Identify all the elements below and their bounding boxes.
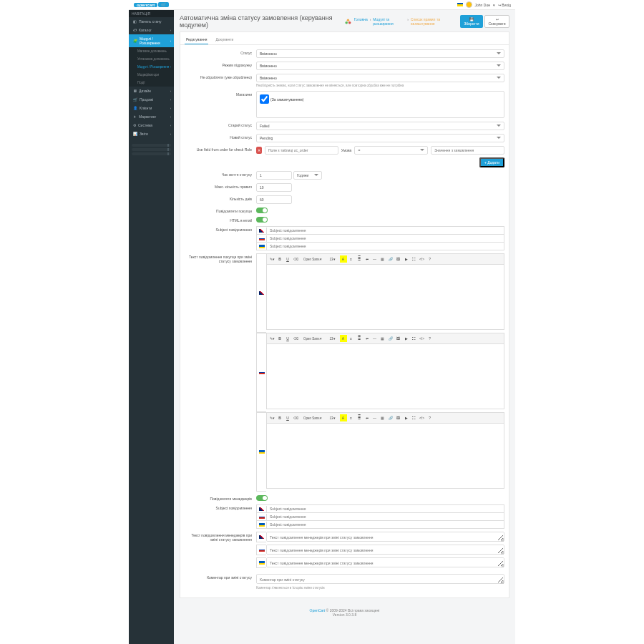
bold-icon[interactable]: B: [276, 255, 283, 263]
color-icon[interactable]: A: [340, 414, 347, 421]
rule-add-button[interactable]: + Додати: [479, 157, 504, 167]
rule-cond-select[interactable]: =: [354, 146, 428, 155]
subject-ru-input[interactable]: [267, 235, 504, 242]
underline-icon[interactable]: U: [284, 414, 291, 421]
lifetime-input[interactable]: [256, 171, 292, 180]
footer-brand-link[interactable]: OpenCart: [310, 608, 326, 613]
nav-sub-installer[interactable]: Установка доповнень: [129, 55, 174, 63]
nav-marketing[interactable]: ⪢Маркетинг›: [129, 112, 174, 121]
clear-icon[interactable]: ⌫: [292, 335, 299, 342]
nav-dashboard[interactable]: ◧Панель стану: [129, 17, 174, 26]
editor-en[interactable]: ✎▾BU⌫Open Sans ▾13 ▾A≡≣⬅—▦🔗🖼▶⛶</>?: [266, 253, 504, 330]
fullscreen-icon[interactable]: ⛶: [411, 255, 418, 263]
subject2-uk-input[interactable]: [267, 521, 504, 528]
save-button[interactable]: 💾 Зберегти: [460, 15, 483, 28]
video-icon[interactable]: ▶: [403, 255, 410, 263]
fullscreen-icon[interactable]: ⛶: [411, 335, 418, 342]
image-icon[interactable]: 🖼: [395, 255, 402, 263]
nav-sales[interactable]: 🛒Продажі›: [129, 95, 174, 104]
msg-mgr-uk-textarea[interactable]: [266, 557, 504, 567]
notify-buyer-toggle[interactable]: [256, 208, 268, 213]
image-icon[interactable]: 🖼: [395, 414, 402, 421]
subject2-ru-input[interactable]: [267, 513, 504, 520]
user-name[interactable]: John Doe: [475, 3, 490, 7]
logout-link[interactable]: ↪ Вихід: [498, 3, 511, 7]
editor-body[interactable]: [267, 344, 504, 409]
clear-icon[interactable]: ⌫: [292, 255, 299, 263]
stores-box[interactable]: (За замовчуванням): [256, 91, 504, 118]
code-icon[interactable]: </>: [419, 335, 426, 342]
nav-sub-modifications[interactable]: Модифікатори: [129, 71, 174, 79]
align-icon[interactable]: ⬅: [364, 414, 371, 421]
skip-select[interactable]: Ввімкнено: [256, 74, 504, 82]
underline-icon[interactable]: U: [284, 255, 291, 263]
subject-en-input[interactable]: [267, 227, 504, 234]
image-icon[interactable]: 🖼: [395, 335, 402, 342]
crumb-home[interactable]: Головна: [354, 17, 368, 26]
nav-sub-marketplace[interactable]: Магазин доповнень: [129, 47, 174, 55]
align-icon[interactable]: ⬅: [364, 335, 371, 342]
style-icon[interactable]: ✎▾: [268, 335, 275, 342]
code-icon[interactable]: </>: [419, 414, 426, 421]
days-input[interactable]: [256, 195, 292, 204]
language-flag[interactable]: [457, 3, 463, 6]
help-icon[interactable]: ?: [426, 255, 434, 263]
table-icon[interactable]: ▦: [379, 255, 386, 263]
align-icon[interactable]: ⬅: [364, 255, 371, 263]
ul-icon[interactable]: ≡: [348, 335, 355, 342]
video-icon[interactable]: ▶: [403, 335, 410, 342]
size-select[interactable]: 13 ▾: [326, 335, 339, 342]
hr-icon[interactable]: —: [371, 414, 379, 421]
style-icon[interactable]: ✎▾: [268, 414, 275, 421]
editor-ru[interactable]: ✎▾BU⌫Open Sans ▾13 ▾A≡≣⬅—▦🔗🖼▶⛶</>?: [266, 333, 504, 409]
ol-icon[interactable]: ≣: [356, 335, 363, 342]
cancel-button[interactable]: ↩ Скасувати: [484, 15, 509, 28]
logo[interactable]: opencart🛒: [133, 2, 169, 7]
hr-icon[interactable]: —: [371, 255, 379, 263]
status-select[interactable]: Ввімкнено: [256, 49, 504, 58]
underline-icon[interactable]: U: [284, 335, 291, 342]
crumb-ext[interactable]: Модулі та розширення: [373, 17, 405, 26]
msg-mgr-en-textarea[interactable]: [266, 532, 504, 542]
font-select[interactable]: Open Sans ▾: [300, 335, 326, 342]
link-icon[interactable]: 🔗: [387, 414, 394, 421]
max-rules-input[interactable]: [256, 183, 292, 192]
nav-design[interactable]: 🖥Дизайн›: [129, 87, 174, 95]
ol-icon[interactable]: ≣: [356, 255, 363, 263]
comment-textarea[interactable]: [256, 574, 504, 584]
nav-sub-extensions[interactable]: Модулі / Розширення›: [129, 63, 174, 71]
link-icon[interactable]: 🔗: [387, 335, 394, 342]
store-default-checkbox[interactable]: [260, 94, 269, 104]
code-icon[interactable]: </>: [419, 255, 426, 263]
subject-uk-input[interactable]: [267, 243, 504, 250]
msg-mgr-ru-textarea[interactable]: [266, 545, 504, 555]
size-select[interactable]: 13 ▾: [326, 255, 339, 263]
ol-icon[interactable]: ≣: [356, 414, 363, 421]
rule-delete-button[interactable]: ✕: [256, 147, 262, 154]
rule-field-input[interactable]: [265, 146, 338, 155]
avatar[interactable]: [466, 1, 472, 8]
editor-body[interactable]: [267, 265, 504, 329]
help-icon[interactable]: ?: [426, 335, 434, 342]
color-icon[interactable]: A: [340, 335, 347, 342]
hr-icon[interactable]: —: [371, 335, 379, 342]
font-select[interactable]: Open Sans ▾: [300, 255, 326, 263]
bold-icon[interactable]: B: [276, 335, 283, 342]
color-icon[interactable]: A: [340, 255, 347, 263]
editor-uk[interactable]: ✎▾BU⌫Open Sans ▾13 ▾A≡≣⬅—▦🔗🖼▶⛶</>?: [266, 412, 504, 489]
tab-docs[interactable]: Документи: [214, 35, 235, 44]
help-icon[interactable]: ?: [426, 414, 434, 421]
fullscreen-icon[interactable]: ⛶: [411, 414, 418, 421]
nav-catalog[interactable]: 🏷Каталог›: [129, 26, 174, 34]
html-toggle[interactable]: [256, 217, 268, 223]
mode-select[interactable]: Ввімкнено: [256, 62, 504, 70]
rule-value-input[interactable]: [431, 146, 504, 155]
nav-reports[interactable]: 📊Звіти›: [129, 130, 174, 138]
subject2-en-input[interactable]: [267, 505, 504, 512]
ul-icon[interactable]: ≡: [348, 414, 355, 421]
nav-system[interactable]: ⚙Система›: [129, 121, 174, 130]
notify-mgr-toggle[interactable]: [256, 495, 268, 501]
table-icon[interactable]: ▦: [379, 335, 386, 342]
nav-extensions[interactable]: 🧩Модулі / Розширення›: [129, 34, 174, 47]
ul-icon[interactable]: ≡: [348, 255, 355, 263]
